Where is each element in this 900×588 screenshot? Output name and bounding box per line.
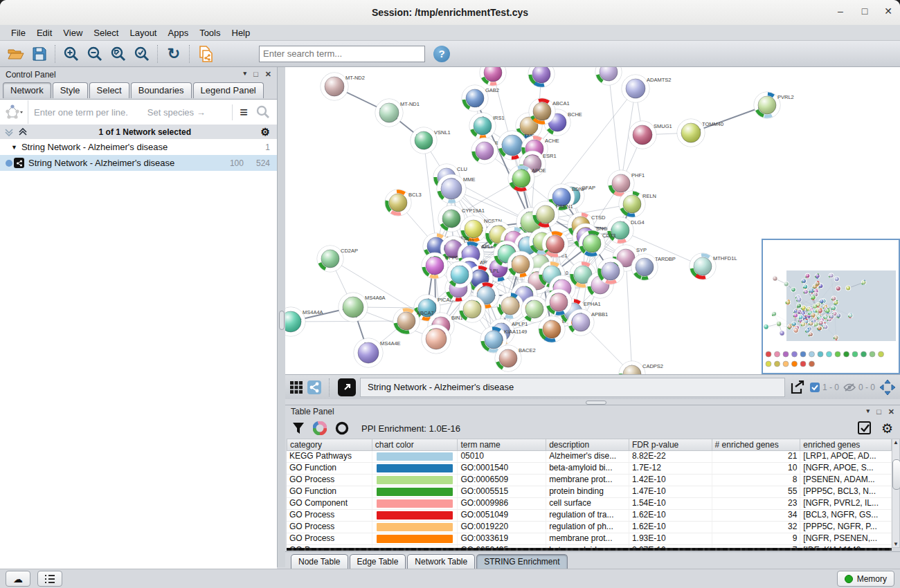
tab-legend-panel[interactable]: Legend Panel (193, 82, 264, 98)
network-node[interactable] (829, 273, 834, 279)
gear-icon[interactable]: ⚙ (261, 126, 270, 138)
network-node[interactable] (805, 273, 811, 279)
tab-network[interactable]: Network (3, 82, 51, 98)
network-node[interactable] (771, 311, 777, 317)
network-node[interactable] (422, 324, 451, 353)
network-node[interactable]: MME (437, 174, 476, 203)
network-node[interactable] (528, 67, 555, 87)
network-node[interactable]: TARDBP (631, 254, 676, 280)
help-button[interactable]: ? (433, 46, 450, 62)
network-node[interactable]: BACE2 (495, 345, 536, 371)
refresh-button[interactable]: ↻ (162, 44, 186, 64)
string-options-menu[interactable]: ≡ (232, 104, 255, 120)
task-history-button[interactable] (37, 571, 62, 587)
panel-float-icon[interactable]: □ (253, 70, 258, 79)
table-row[interactable]: GO ComponentGO:0009986cell surface1.54E-… (287, 498, 892, 510)
network-node[interactable] (861, 279, 867, 285)
menu-layout[interactable]: Layout (124, 26, 162, 39)
network-node[interactable] (823, 324, 829, 330)
network-node[interactable]: APOE (508, 165, 546, 192)
network-node[interactable] (763, 324, 769, 330)
network-node[interactable] (787, 324, 793, 329)
network-canvas[interactable]: MT-ND2MT-ND1VSNL1GAB2IRS1ADAMTS2SMUG1TOM… (285, 67, 900, 374)
table-row[interactable]: GO ProcessGO:0006509membrane prot...1.42… (287, 475, 892, 486)
tab-string-enrichment[interactable]: STRING Enrichment (476, 554, 567, 569)
network-node[interactable] (818, 309, 823, 314)
network-node[interactable]: DLG4 (607, 217, 645, 244)
network-node[interactable] (848, 313, 854, 318)
table-scrollbar[interactable]: ▲ ▼ (892, 439, 900, 548)
column-header--enriched-genes[interactable]: # enriched genes (712, 439, 801, 451)
network-node[interactable]: ADAMTS2 (622, 75, 671, 102)
network-node[interactable] (772, 276, 777, 282)
network-node[interactable] (786, 300, 791, 305)
network-node[interactable] (801, 305, 807, 311)
share-network-icon[interactable] (307, 380, 321, 394)
zoom-fit-button[interactable] (107, 44, 130, 64)
network-node[interactable] (811, 313, 816, 318)
network-node[interactable] (815, 281, 820, 286)
menu-view[interactable]: View (57, 26, 88, 39)
save-session-button[interactable] (28, 44, 51, 64)
network-node[interactable] (834, 335, 839, 340)
panel-dropdown-icon[interactable]: ▾ (244, 70, 247, 79)
tab-select[interactable]: Select (89, 82, 129, 98)
panel-float-icon[interactable]: □ (876, 407, 881, 416)
pie-chart-icon[interactable] (313, 421, 327, 435)
network-tree-row[interactable]: String Network - Alzheimer's disease1005… (0, 155, 277, 171)
network-node[interactable] (825, 308, 831, 313)
menu-select[interactable]: Select (88, 26, 124, 39)
network-node[interactable]: MTHFD1L (690, 253, 737, 279)
horizontal-splitter[interactable] (285, 399, 900, 405)
network-node[interactable] (796, 297, 802, 303)
network-node[interactable] (815, 273, 820, 279)
network-node[interactable] (829, 314, 834, 320)
network-node[interactable] (784, 281, 789, 286)
gear-icon[interactable]: ⚙ (881, 421, 893, 437)
birds-eye-view[interactable] (762, 239, 900, 374)
grid-view-icon[interactable] (289, 380, 303, 394)
panel-close-icon[interactable]: ✕ (265, 70, 271, 79)
column-header-FDR-p-value[interactable]: FDR p-value (629, 439, 712, 451)
table-row[interactable]: GO FunctionGO:0005515protein binding1.47… (287, 486, 892, 498)
column-header-description[interactable]: description (546, 439, 629, 451)
network-node[interactable] (776, 321, 782, 327)
column-header-category[interactable]: category (287, 439, 372, 451)
tab-style[interactable]: Style (53, 82, 88, 98)
checkbox-icon[interactable] (810, 383, 820, 392)
network-node[interactable] (818, 320, 824, 326)
tab-network-table[interactable]: Network Table (407, 554, 475, 569)
tree-expander-icon[interactable]: ▼ (0, 144, 21, 151)
menu-help[interactable]: Help (226, 26, 256, 39)
network-node[interactable] (803, 289, 809, 295)
zoom-in-button[interactable] (60, 44, 83, 64)
column-header-enriched-genes[interactable]: enriched genes (800, 439, 892, 451)
network-tree-row[interactable]: ▼String Network - Alzheimer's disease1 (0, 139, 277, 155)
column-header-chart-color[interactable]: chart color (372, 439, 458, 451)
network-node[interactable]: GAB2 (462, 85, 499, 111)
network-node[interactable] (546, 289, 572, 315)
network-node[interactable] (798, 315, 804, 320)
set-species-link[interactable]: Set species → (147, 107, 206, 118)
network-node[interactable] (447, 261, 473, 288)
zoom-selected-button[interactable] (130, 44, 154, 64)
network-node[interactable]: TOMM40 (677, 119, 723, 147)
network-node[interactable]: APBB1 (568, 309, 608, 336)
scrollbar-thumb[interactable] (892, 459, 900, 490)
tab-node-table[interactable]: Node Table (291, 554, 348, 569)
network-node[interactable] (521, 296, 548, 322)
network-node[interactable] (809, 321, 814, 327)
network-node[interactable] (497, 293, 523, 319)
zoom-out-button[interactable] (83, 44, 107, 64)
network-node[interactable] (834, 276, 840, 282)
navigator-icon[interactable] (879, 379, 896, 396)
table-row[interactable]: GO ProcessGO:0033619membrane prot...1.93… (287, 533, 892, 545)
network-node[interactable] (480, 67, 506, 86)
network-node[interactable]: RELN (619, 191, 656, 217)
menu-tools[interactable]: Tools (194, 26, 226, 39)
table-row[interactable]: GO ProcessGO:0019220regulation of ph...1… (287, 522, 892, 533)
network-node[interactable] (793, 327, 799, 333)
clone-network-button[interactable] (194, 44, 217, 64)
network-node[interactable] (808, 331, 813, 337)
tab-boundaries[interactable]: Boundaries (131, 82, 192, 98)
